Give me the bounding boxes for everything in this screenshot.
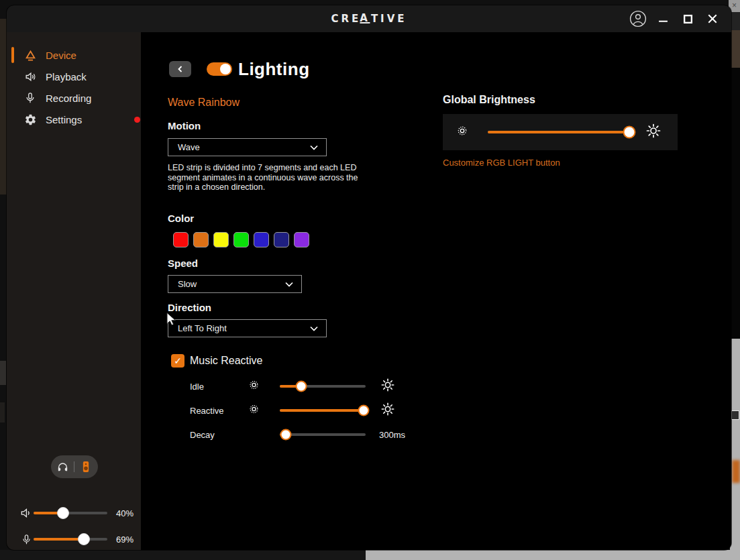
active-indicator: [11, 47, 14, 63]
global-brightness-label: Global Brightness: [443, 94, 535, 106]
color-swatch-red[interactable]: [173, 232, 189, 247]
color-swatch-purple[interactable]: [294, 232, 309, 247]
page-title: Lighting: [238, 59, 310, 80]
window-controls: [629, 5, 731, 32]
title-bar: CREATIVE: [7, 5, 731, 32]
mic-slider[interactable]: [34, 538, 107, 541]
logo-text: CRE: [331, 13, 361, 25]
brightness-low-icon: [248, 380, 260, 394]
idle-label: Idle: [190, 382, 204, 392]
speed-label: Speed: [168, 258, 198, 269]
mouse-cursor: [163, 311, 179, 330]
background-window: [366, 550, 740, 560]
direction-dropdown[interactable]: Left To Right: [168, 319, 327, 337]
gear-icon: [23, 113, 37, 126]
minimize-icon[interactable]: [653, 9, 672, 28]
creative-logo: CREATIVE: [331, 5, 407, 32]
global-brightness-card: [443, 114, 678, 150]
sidebar-item-device[interactable]: Device: [7, 44, 141, 66]
slider-thumb[interactable]: [57, 507, 69, 519]
chevron-down-icon: [285, 282, 293, 287]
motion-description: LED strip is divided into 7 segments and…: [168, 163, 364, 192]
color-swatch-green[interactable]: [233, 232, 249, 247]
decay-row: Decay 300ms: [141, 427, 423, 443]
color-swatch-blue[interactable]: [254, 232, 269, 247]
microphone-icon: [23, 91, 37, 105]
creative-triangle-icon: [23, 48, 37, 62]
background-window: [730, 339, 740, 560]
headphones-icon[interactable]: [56, 461, 69, 473]
background-fragment: [731, 68, 740, 339]
speaker-device-icon[interactable]: [79, 460, 93, 473]
mic-row: 69%: [7, 531, 141, 547]
dropdown-value: Wave: [178, 142, 310, 152]
volume-value: 40%: [116, 508, 134, 518]
logo-triangle-a: A: [360, 15, 370, 23]
customize-rgb-link[interactable]: Customize RGB LIGHT button: [443, 158, 560, 168]
brightness-high-icon: [380, 402, 395, 419]
close-icon[interactable]: [703, 9, 722, 28]
reactive-row: Reactive: [141, 402, 423, 418]
background-fragment: [0, 361, 6, 385]
creative-app-window: CREATIVE: [7, 5, 731, 550]
global-brightness-slider[interactable]: [488, 131, 635, 133]
volume-row: 40%: [7, 505, 141, 521]
speaker-volume-icon: [19, 506, 34, 520]
lighting-toggle[interactable]: [207, 62, 232, 76]
chevron-down-icon: [310, 145, 318, 150]
toggle-knob: [220, 64, 231, 74]
chevron-down-icon: [310, 326, 318, 331]
reactive-slider[interactable]: [280, 409, 366, 412]
music-reactive-checkbox[interactable]: ✓: [171, 354, 184, 368]
sidebar-item-settings[interactable]: Settings: [7, 109, 141, 130]
preset-name: Wave Rainbow: [168, 97, 240, 109]
maximize-icon[interactable]: [678, 9, 697, 28]
slider-thumb[interactable]: [296, 381, 307, 392]
speed-dropdown[interactable]: Slow: [168, 275, 302, 293]
color-swatch-yellow[interactable]: [213, 232, 229, 247]
sidebar: Device Playback Recording: [7, 32, 141, 550]
back-button[interactable]: [169, 61, 191, 77]
sidebar-item-playback[interactable]: Playback: [7, 66, 141, 87]
decay-slider[interactable]: [280, 433, 366, 436]
mic-value: 69%: [116, 535, 134, 545]
sidebar-item-label: Recording: [46, 93, 91, 104]
brightness-low-icon: [248, 404, 260, 418]
sidebar-item-label: Device: [46, 50, 76, 61]
background-orange-element: [732, 460, 740, 483]
sidebar-item-recording[interactable]: Recording: [7, 87, 141, 109]
output-device-toggle[interactable]: [51, 455, 98, 478]
music-reactive-label: Music Reactive: [190, 355, 262, 367]
account-icon[interactable]: [629, 9, 647, 28]
slider-thumb[interactable]: [280, 429, 291, 441]
sidebar-item-label: Settings: [46, 114, 82, 125]
brightness-low-icon: [456, 125, 468, 139]
microphone-icon: [19, 532, 34, 547]
idle-row: Idle: [141, 378, 423, 394]
decay-value: 300ms: [379, 430, 405, 440]
notification-badge: [134, 117, 140, 123]
brightness-high-icon: [645, 123, 662, 142]
motion-dropdown[interactable]: Wave: [168, 138, 327, 156]
slider-thumb[interactable]: [358, 405, 370, 416]
reactive-label: Reactive: [190, 406, 224, 416]
logo-text: TIVE: [371, 13, 407, 25]
dropdown-value: Left To Right: [178, 323, 310, 333]
idle-slider[interactable]: [280, 385, 366, 388]
dropdown-value: Slow: [178, 279, 285, 289]
brightness-high-icon: [380, 378, 395, 395]
decay-label: Decay: [190, 430, 215, 440]
sidebar-item-label: Playback: [46, 71, 87, 82]
background-fragment: [0, 550, 366, 560]
lighting-panel: Lighting Wave Rainbow Motion Wave LED st…: [141, 32, 731, 550]
speaker-icon: [23, 70, 37, 83]
background-texture: [731, 30, 740, 68]
color-label: Color: [168, 213, 194, 224]
color-swatch-navy[interactable]: [274, 232, 289, 247]
slider-thumb[interactable]: [623, 126, 636, 139]
volume-slider[interactable]: [34, 512, 107, 514]
color-swatch-orange[interactable]: [193, 232, 209, 247]
slider-thumb[interactable]: [78, 533, 90, 545]
background-fragment: [730, 12, 740, 30]
background-window-icon: [731, 410, 739, 420]
